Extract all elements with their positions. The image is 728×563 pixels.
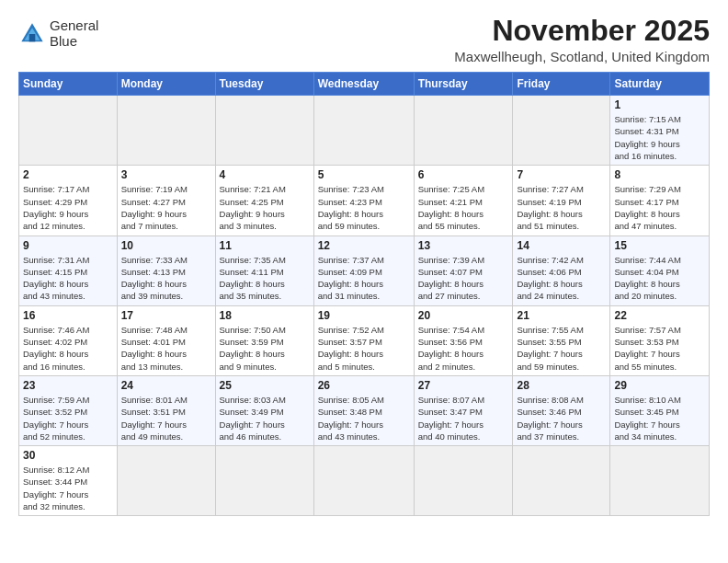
calendar-page: General Blue November 2025 Maxwellheugh,… bbox=[0, 0, 728, 563]
day-cell: 27Sunrise: 8:07 AM Sunset: 3:47 PM Dayli… bbox=[414, 375, 513, 445]
day-number: 21 bbox=[517, 309, 606, 322]
day-number: 6 bbox=[418, 168, 509, 181]
day-cell: 15Sunrise: 7:44 AM Sunset: 4:04 PM Dayli… bbox=[610, 236, 710, 305]
week-row-1: 2Sunrise: 7:17 AM Sunset: 4:29 PM Daylig… bbox=[19, 166, 710, 236]
weekday-tuesday: Tuesday bbox=[215, 73, 313, 96]
day-number: 27 bbox=[418, 379, 509, 392]
day-cell: 11Sunrise: 7:35 AM Sunset: 4:11 PM Dayli… bbox=[215, 236, 313, 305]
day-info: Sunrise: 8:08 AM Sunset: 3:46 PM Dayligh… bbox=[517, 394, 606, 442]
month-title: November 2025 bbox=[454, 15, 710, 47]
day-number: 4 bbox=[220, 168, 310, 181]
day-number: 8 bbox=[614, 168, 705, 181]
day-info: Sunrise: 7:37 AM Sunset: 4:09 PM Dayligh… bbox=[318, 254, 410, 303]
day-info: Sunrise: 7:44 AM Sunset: 4:04 PM Dayligh… bbox=[614, 254, 705, 303]
day-cell: 17Sunrise: 7:48 AM Sunset: 4:01 PM Dayli… bbox=[117, 305, 215, 375]
day-cell bbox=[610, 446, 710, 516]
week-row-5: 30Sunrise: 8:12 AM Sunset: 3:44 PM Dayli… bbox=[19, 446, 710, 516]
day-info: Sunrise: 7:54 AM Sunset: 3:56 PM Dayligh… bbox=[418, 324, 509, 373]
day-number: 24 bbox=[121, 379, 211, 392]
week-row-4: 23Sunrise: 7:59 AM Sunset: 3:52 PM Dayli… bbox=[19, 375, 710, 445]
day-info: Sunrise: 7:33 AM Sunset: 4:13 PM Dayligh… bbox=[121, 254, 211, 303]
day-number: 1 bbox=[614, 98, 705, 111]
logo-icon bbox=[18, 20, 46, 48]
day-number: 22 bbox=[614, 309, 705, 322]
day-cell bbox=[117, 446, 215, 516]
day-info: Sunrise: 7:46 AM Sunset: 4:02 PM Dayligh… bbox=[23, 324, 113, 373]
svg-rect-2 bbox=[29, 34, 36, 41]
day-cell bbox=[513, 96, 610, 166]
day-number: 10 bbox=[121, 239, 211, 252]
day-number: 29 bbox=[614, 379, 705, 392]
day-cell: 4Sunrise: 7:21 AM Sunset: 4:25 PM Daylig… bbox=[215, 166, 313, 236]
day-cell: 25Sunrise: 8:03 AM Sunset: 3:49 PM Dayli… bbox=[215, 375, 313, 445]
day-cell: 26Sunrise: 8:05 AM Sunset: 3:48 PM Dayli… bbox=[313, 375, 414, 445]
day-info: Sunrise: 7:57 AM Sunset: 3:53 PM Dayligh… bbox=[614, 324, 705, 373]
day-cell bbox=[215, 96, 313, 166]
day-info: Sunrise: 8:07 AM Sunset: 3:47 PM Dayligh… bbox=[418, 394, 509, 442]
logo: General Blue bbox=[18, 18, 98, 49]
day-number: 30 bbox=[23, 449, 113, 462]
day-cell: 29Sunrise: 8:10 AM Sunset: 3:45 PM Dayli… bbox=[610, 375, 710, 445]
day-cell: 20Sunrise: 7:54 AM Sunset: 3:56 PM Dayli… bbox=[414, 305, 513, 375]
day-info: Sunrise: 7:52 AM Sunset: 3:57 PM Dayligh… bbox=[318, 324, 410, 373]
day-info: Sunrise: 8:05 AM Sunset: 3:48 PM Dayligh… bbox=[318, 394, 410, 442]
day-cell: 7Sunrise: 7:27 AM Sunset: 4:19 PM Daylig… bbox=[513, 166, 610, 236]
day-info: Sunrise: 7:35 AM Sunset: 4:11 PM Dayligh… bbox=[220, 254, 310, 303]
day-number: 28 bbox=[517, 379, 606, 392]
day-cell: 5Sunrise: 7:23 AM Sunset: 4:23 PM Daylig… bbox=[313, 166, 414, 236]
day-number: 14 bbox=[517, 239, 606, 252]
day-info: Sunrise: 7:15 AM Sunset: 4:31 PM Dayligh… bbox=[614, 113, 705, 162]
day-number: 18 bbox=[220, 309, 310, 322]
day-info: Sunrise: 7:21 AM Sunset: 4:25 PM Dayligh… bbox=[220, 183, 310, 232]
day-info: Sunrise: 8:10 AM Sunset: 3:45 PM Dayligh… bbox=[614, 394, 705, 442]
day-number: 17 bbox=[121, 309, 211, 322]
day-number: 13 bbox=[418, 239, 509, 252]
week-row-0: 1Sunrise: 7:15 AM Sunset: 4:31 PM Daylig… bbox=[19, 96, 710, 166]
day-cell bbox=[313, 96, 414, 166]
weekday-thursday: Thursday bbox=[414, 73, 513, 96]
day-number: 3 bbox=[121, 168, 211, 181]
day-number: 20 bbox=[418, 309, 509, 322]
day-cell: 23Sunrise: 7:59 AM Sunset: 3:52 PM Dayli… bbox=[19, 375, 118, 445]
weekday-sunday: Sunday bbox=[19, 73, 118, 96]
day-cell: 9Sunrise: 7:31 AM Sunset: 4:15 PM Daylig… bbox=[19, 236, 118, 305]
week-row-3: 16Sunrise: 7:46 AM Sunset: 4:02 PM Dayli… bbox=[19, 305, 710, 375]
day-info: Sunrise: 8:03 AM Sunset: 3:49 PM Dayligh… bbox=[220, 394, 310, 442]
day-info: Sunrise: 7:25 AM Sunset: 4:21 PM Dayligh… bbox=[418, 183, 509, 232]
day-info: Sunrise: 7:31 AM Sunset: 4:15 PM Dayligh… bbox=[23, 254, 113, 303]
day-cell: 22Sunrise: 7:57 AM Sunset: 3:53 PM Dayli… bbox=[610, 305, 710, 375]
day-cell: 3Sunrise: 7:19 AM Sunset: 4:27 PM Daylig… bbox=[117, 166, 215, 236]
day-cell: 16Sunrise: 7:46 AM Sunset: 4:02 PM Dayli… bbox=[19, 305, 118, 375]
day-info: Sunrise: 7:59 AM Sunset: 3:52 PM Dayligh… bbox=[23, 394, 113, 442]
day-cell: 10Sunrise: 7:33 AM Sunset: 4:13 PM Dayli… bbox=[117, 236, 215, 305]
day-cell: 2Sunrise: 7:17 AM Sunset: 4:29 PM Daylig… bbox=[19, 166, 118, 236]
day-info: Sunrise: 7:23 AM Sunset: 4:23 PM Dayligh… bbox=[318, 183, 410, 232]
calendar-table: SundayMondayTuesdayWednesdayThursdayFrid… bbox=[18, 72, 710, 516]
day-number: 26 bbox=[318, 379, 410, 392]
day-cell bbox=[414, 446, 513, 516]
day-info: Sunrise: 8:01 AM Sunset: 3:51 PM Dayligh… bbox=[121, 394, 211, 442]
day-cell: 14Sunrise: 7:42 AM Sunset: 4:06 PM Dayli… bbox=[513, 236, 610, 305]
week-row-2: 9Sunrise: 7:31 AM Sunset: 4:15 PM Daylig… bbox=[19, 236, 710, 305]
day-cell: 28Sunrise: 8:08 AM Sunset: 3:46 PM Dayli… bbox=[513, 375, 610, 445]
day-number: 5 bbox=[318, 168, 410, 181]
day-cell bbox=[19, 96, 118, 166]
day-number: 9 bbox=[23, 239, 113, 252]
day-info: Sunrise: 8:12 AM Sunset: 3:44 PM Dayligh… bbox=[23, 464, 113, 512]
weekday-friday: Friday bbox=[513, 73, 610, 96]
day-number: 19 bbox=[318, 309, 410, 322]
day-cell: 1Sunrise: 7:15 AM Sunset: 4:31 PM Daylig… bbox=[610, 96, 710, 166]
day-cell bbox=[414, 96, 513, 166]
day-info: Sunrise: 7:29 AM Sunset: 4:17 PM Dayligh… bbox=[614, 183, 705, 232]
location: Maxwellheugh, Scotland, United Kingdom bbox=[454, 49, 710, 64]
day-info: Sunrise: 7:19 AM Sunset: 4:27 PM Dayligh… bbox=[121, 183, 211, 232]
day-cell: 19Sunrise: 7:52 AM Sunset: 3:57 PM Dayli… bbox=[313, 305, 414, 375]
day-cell: 24Sunrise: 8:01 AM Sunset: 3:51 PM Dayli… bbox=[117, 375, 215, 445]
day-cell: 18Sunrise: 7:50 AM Sunset: 3:59 PM Dayli… bbox=[215, 305, 313, 375]
day-info: Sunrise: 7:27 AM Sunset: 4:19 PM Dayligh… bbox=[517, 183, 606, 232]
day-cell: 6Sunrise: 7:25 AM Sunset: 4:21 PM Daylig… bbox=[414, 166, 513, 236]
weekday-header-row: SundayMondayTuesdayWednesdayThursdayFrid… bbox=[19, 73, 710, 96]
day-cell: 21Sunrise: 7:55 AM Sunset: 3:55 PM Dayli… bbox=[513, 305, 610, 375]
day-number: 16 bbox=[23, 309, 113, 322]
day-cell: 8Sunrise: 7:29 AM Sunset: 4:17 PM Daylig… bbox=[610, 166, 710, 236]
